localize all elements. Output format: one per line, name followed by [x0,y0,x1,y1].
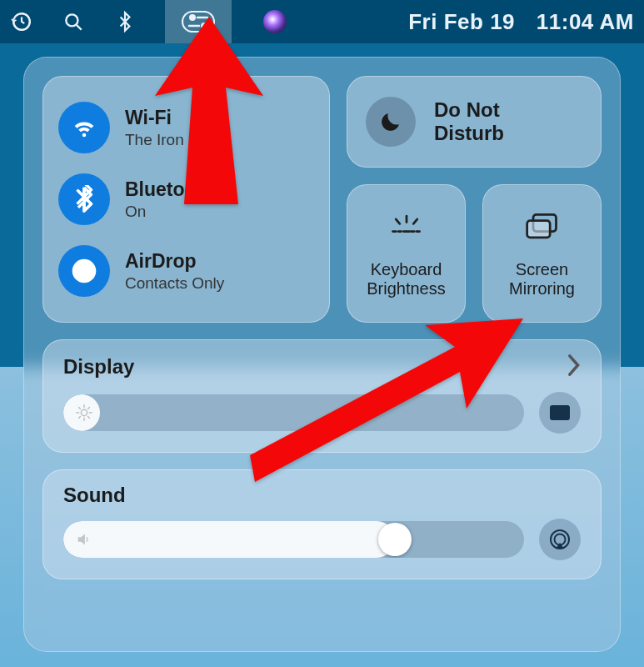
time-machine-icon[interactable] [10,10,33,33]
wifi-title: Wi-Fi [125,107,231,129]
airplay-audio-button[interactable] [539,519,581,560]
screen-mirroring-l1: Screen [509,260,575,279]
bluetooth-toggle[interactable]: Bluetooth On [58,173,314,225]
bluetooth-icon [58,173,110,225]
control-center-menu-icon[interactable] [165,0,232,43]
svg-point-19 [81,409,87,415]
svg-line-27 [88,408,90,409]
svg-rect-18 [527,221,550,238]
svg-point-1 [66,14,77,26]
svg-line-25 [88,417,90,419]
menubar: Fri Feb 19 11:04 AM [0,0,644,43]
svg-line-13 [413,219,417,224]
svg-point-10 [73,260,95,282]
airdrop-title: AirDrop [125,250,224,273]
airdrop-icon [58,245,110,297]
menubar-time: 11:04 AM [537,9,634,34]
sound-title: Sound [63,484,126,507]
svg-rect-3 [182,12,214,32]
display-title: Display [63,355,134,379]
menubar-date: Fri Feb 19 [408,9,515,34]
connectivity-tile[interactable]: Wi-Fi The Iron Dome Bluetooth On AirDr [42,76,330,323]
sound-volume-slider[interactable] [63,521,524,558]
screen-mirroring-button[interactable]: Screen Mirroring [482,184,602,323]
bluetooth-menu-icon[interactable] [113,10,137,33]
menubar-clock[interactable]: Fri Feb 19 11:04 AM [408,9,634,35]
svg-rect-28 [550,405,570,420]
control-center-panel: Wi-Fi The Iron Dome Bluetooth On AirDr [23,57,621,652]
sound-tile[interactable]: Sound [42,469,602,579]
svg-line-12 [396,219,400,224]
keyboard-brightness-l2: Brightness [367,279,446,298]
siri-icon[interactable] [260,7,290,37]
do-not-disturb-toggle[interactable]: Do Not Disturb [347,76,602,168]
keyboard-brightness-button[interactable]: Keyboard Brightness [347,184,466,323]
chevron-right-icon[interactable] [566,354,581,380]
wifi-subtitle: The Iron Dome [125,131,231,149]
display-brightness-slider[interactable] [63,394,524,431]
keyboard-brightness-l1: Keyboard [367,260,446,279]
screen-mirroring-l2: Mirroring [509,279,575,298]
bluetooth-subtitle: On [125,203,214,221]
screen-mirroring-icon [524,208,561,248]
keyboard-brightness-icon [388,208,425,248]
wifi-toggle[interactable]: Wi-Fi The Iron Dome [58,102,314,153]
svg-line-26 [79,417,81,419]
svg-line-24 [79,408,81,409]
svg-point-4 [189,14,196,21]
display-device-button[interactable] [539,392,581,434]
airdrop-toggle[interactable]: AirDrop Contacts Only [58,245,314,297]
svg-line-2 [77,25,82,30]
moon-icon [366,97,416,147]
dnd-label-line1: Do Not [434,98,504,122]
wifi-icon [58,102,110,153]
spotlight-icon[interactable] [62,10,85,33]
svg-point-6 [201,23,207,29]
display-tile[interactable]: Display [42,339,602,453]
airdrop-subtitle: Contacts Only [125,274,224,293]
menubar-left [10,0,290,43]
dnd-label-line2: Disturb [434,122,504,145]
bluetooth-title: Bluetooth [125,178,214,201]
